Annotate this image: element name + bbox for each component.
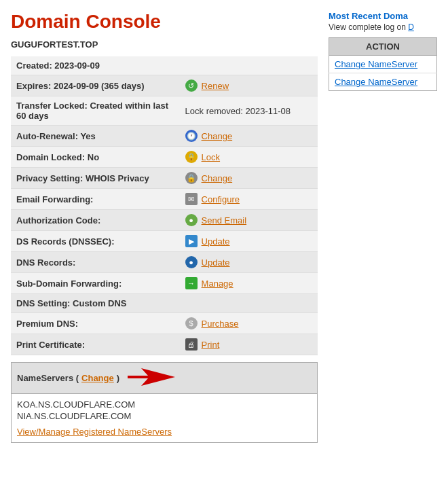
- action-link-13[interactable]: Print: [202, 340, 220, 350]
- view-manage-nameservers-link[interactable]: View/Manage Registered NameServers: [17, 427, 172, 437]
- nameserver-change-link[interactable]: Change: [81, 373, 114, 383]
- globe-icon: ●: [185, 256, 198, 268]
- sidebar-action-header: ACTION: [329, 38, 437, 56]
- nameserver-entry: KOA.NS.CLOUDFLARE.COM: [17, 399, 312, 410]
- arrow-icon: →: [185, 277, 198, 289]
- info-action-0: [180, 56, 318, 75]
- action-link-9[interactable]: Update: [202, 257, 230, 268]
- info-label-6: Email Forwarding:: [11, 189, 180, 210]
- sidebar-log-link[interactable]: D: [408, 22, 414, 32]
- info-label-4: Domain Locked: No: [11, 147, 180, 168]
- action-link-4[interactable]: Lock: [202, 152, 220, 162]
- action-link-5[interactable]: Change: [202, 173, 233, 183]
- action-link-6[interactable]: Configure: [202, 194, 240, 204]
- info-action-8: ▶Update: [180, 231, 318, 252]
- info-label-2: Transfer Locked: Created within last 60 …: [11, 96, 180, 126]
- nameserver-header: NameServers ( Change ): [12, 363, 317, 394]
- info-label-12: Premium DNS:: [11, 313, 180, 334]
- info-action-4: 🔒Lock: [180, 147, 318, 168]
- sidebar-action-0[interactable]: Change NameServer: [329, 56, 437, 73]
- info-label-11: DNS Setting: Custom DNS: [11, 294, 180, 313]
- svg-marker-0: [128, 368, 175, 386]
- nameserver-body: KOA.NS.CLOUDFLARE.COMNIA.NS.CLOUDFLARE.C…: [12, 394, 317, 442]
- action-link-7[interactable]: Send Email: [202, 215, 246, 226]
- info-action-12: $Purchase: [180, 313, 318, 334]
- domain-name: GUGUFORTEST.TOP: [11, 39, 318, 50]
- action-link-1[interactable]: Renew: [202, 81, 229, 91]
- info-label-10: Sub-Domain Forwarding:: [11, 273, 180, 294]
- sidebar-action-1[interactable]: Change NameServer: [329, 73, 437, 91]
- arrow-svg: [128, 367, 182, 387]
- sidebar-subtitle: View complete log on D: [329, 22, 437, 32]
- sidebar-action-table: ACTION Change NameServerChange NameServe…: [329, 37, 437, 91]
- sidebar: Most Recent Doma View complete log on D …: [329, 11, 437, 443]
- nameserver-entry: NIA.NS.CLOUDFLARE.COM: [17, 411, 312, 421]
- nameserver-section: NameServers ( Change ) KOA.NS.CLOUDFLARE…: [11, 362, 318, 443]
- info-action-11: [180, 294, 318, 313]
- privacy-icon: 🔒: [185, 172, 198, 184]
- info-label-1: Expires: 2024-09-09 (365 days): [11, 75, 180, 96]
- dollar-icon: $: [185, 317, 198, 329]
- info-label-5: Privacy Setting: WHOIS Privacy: [11, 168, 180, 189]
- mail-icon: ✉: [185, 193, 198, 205]
- lock-icon: 🔒: [185, 151, 198, 163]
- clock-icon: 🕐: [185, 130, 198, 142]
- info-action-1: ↺Renew: [180, 75, 318, 96]
- info-label-13: Print Certificate:: [11, 334, 180, 355]
- page-title: Domain Console: [11, 11, 318, 33]
- info-action-3: 🕐Change: [180, 126, 318, 147]
- info-label-8: DS Records (DNSSEC):: [11, 231, 180, 252]
- nameserver-list: KOA.NS.CLOUDFLARE.COMNIA.NS.CLOUDFLARE.C…: [17, 399, 312, 421]
- action-link-10[interactable]: Manage: [202, 279, 234, 289]
- info-action-6: ✉Configure: [180, 189, 318, 210]
- info-label-3: Auto-Renewal: Yes: [11, 126, 180, 147]
- action-link-8[interactable]: Update: [202, 236, 230, 247]
- nameserver-header-end: ): [117, 373, 119, 383]
- action-link-12[interactable]: Purchase: [202, 319, 239, 329]
- info-action-5: 🔒Change: [180, 168, 318, 189]
- info-action-9: ●Update: [180, 252, 318, 273]
- key-icon: ●: [185, 214, 198, 226]
- red-arrow-annotation: [128, 367, 182, 389]
- nameserver-header-text: NameServers (: [17, 373, 79, 383]
- action-link-3[interactable]: Change: [202, 131, 233, 141]
- info-action-13: 🖨Print: [180, 334, 318, 355]
- dns-icon: ▶: [185, 235, 198, 247]
- info-action-7: ●Send Email: [180, 210, 318, 231]
- renew-icon: ↺: [185, 79, 198, 92]
- info-table: Created: 2023-09-09Expires: 2024-09-09 (…: [11, 56, 318, 355]
- print-icon: 🖨: [185, 338, 198, 351]
- info-label-0: Created: 2023-09-09: [11, 56, 180, 75]
- info-action-2: Lock removed: 2023-11-08: [180, 96, 318, 126]
- info-label-9: DNS Records:: [11, 252, 180, 273]
- info-action-10: →Manage: [180, 273, 318, 294]
- info-label-7: Authorization Code:: [11, 210, 180, 231]
- sidebar-title: Most Recent Doma: [329, 11, 437, 21]
